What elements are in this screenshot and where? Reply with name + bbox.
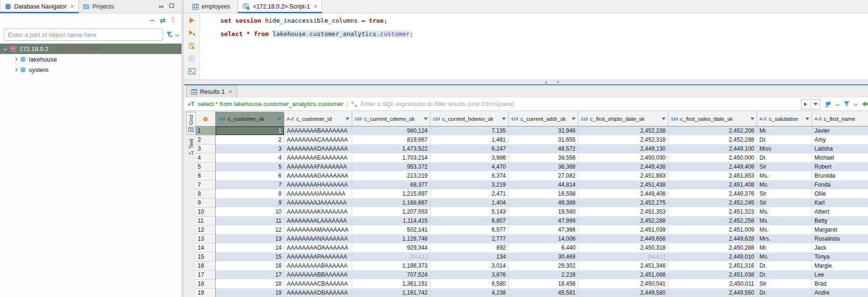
grid-cell[interactable]: AAAAAAAAIAAAAAAA <box>284 189 352 198</box>
grid-cell[interactable]: 2,451,068 <box>578 270 668 279</box>
column-filter-arrow-icon[interactable] <box>805 117 809 120</box>
grid-cell[interactable]: 16,598 <box>509 189 578 198</box>
grid-cell[interactable]: 1,703,214 <box>352 153 430 162</box>
row-number[interactable]: 13 <box>196 234 216 243</box>
column-filter-arrow-icon[interactable] <box>662 117 666 120</box>
row-number[interactable]: 5 <box>196 162 216 171</box>
grid-cell[interactable]: Fonda <box>812 180 868 189</box>
column-filter-arrow-icon[interactable] <box>424 117 428 120</box>
grid-cell[interactable]: AAAAAAAADAAAAAAA <box>284 144 352 153</box>
grid-cell[interactable]: 45,581 <box>509 288 578 297</box>
grid-cell[interactable]: Andre <box>812 288 868 297</box>
object-search-input[interactable] <box>4 28 163 41</box>
column-filter-arrow-icon[interactable] <box>750 117 754 120</box>
grid-cell[interactable]: 980,124 <box>352 126 430 135</box>
row-number[interactable]: 4 <box>196 153 216 162</box>
grid-cell[interactable]: 12 <box>216 225 284 234</box>
grid-cell[interactable]: 2,449,130 <box>578 144 668 153</box>
grid-cell[interactable]: 39,558 <box>509 153 578 162</box>
chevron-down-icon[interactable] <box>3 47 7 51</box>
grid-cell[interactable]: 2,451,438 <box>578 180 668 189</box>
grid-cell[interactable]: AAAAAAAALAAAAAAA <box>284 216 352 225</box>
grid-cell[interactable]: 2,449,010 <box>668 252 757 261</box>
sash-down-arrow-icon[interactable]: ▼ <box>556 81 560 84</box>
close-icon[interactable]: × <box>70 3 74 9</box>
grid-cell[interactable]: 1,361,151 <box>352 279 430 288</box>
grid-cell[interactable]: Jack <box>812 243 868 252</box>
grid-cell[interactable]: AAAAAAAAOAAAAAAA <box>284 243 352 252</box>
grid-cell[interactable]: Michael <box>812 153 868 162</box>
column-header-c_customer_sk[interactable]: 123c_customer_sk <box>216 112 284 126</box>
grid-cell[interactable]: Rosalinda <box>812 234 868 243</box>
grid-cell[interactable]: AAAAAAAAFAAAAAAA <box>284 162 352 171</box>
grid-cell[interactable]: Sir <box>757 162 812 171</box>
grid-cell[interactable]: Lee <box>812 270 868 279</box>
grid-cell[interactable]: 2,449,438 <box>578 162 668 171</box>
grid-cell[interactable]: AAAAAAAANAAAAAAA <box>284 234 352 243</box>
column-filter-arrow-icon[interactable] <box>346 117 349 120</box>
grid-cell[interactable]: 2,449,628 <box>668 234 757 243</box>
grid-cell[interactable]: 36,368 <box>509 162 578 171</box>
grid-cell[interactable]: 2,452,318 <box>578 135 668 144</box>
minimize-view-icon[interactable] <box>159 3 164 8</box>
grid-cell[interactable]: Ollie <box>812 189 868 198</box>
grid-cell[interactable]: 1,128,748 <box>352 234 430 243</box>
column-header-c_salutation[interactable]: A-Zc_salutation <box>757 112 812 126</box>
grid-cell[interactable]: 1,215,897 <box>352 189 430 198</box>
grid-cell[interactable]: 5 <box>216 162 284 171</box>
grid-cell[interactable]: 2,471 <box>430 189 509 198</box>
row-number[interactable]: 11 <box>196 216 216 225</box>
grid-cell[interactable]: 2,452,258 <box>668 216 757 225</box>
grid-cell[interactable]: 2,450,030 <box>578 153 668 162</box>
grid-cell[interactable]: 31,655 <box>509 135 578 144</box>
grid-cell[interactable]: 3,986 <box>430 153 509 162</box>
column-header-c_current_cdemo_sk[interactable]: 123c_current_cdemo_sk <box>352 112 430 126</box>
grid-cell[interactable]: 3,876 <box>430 270 509 279</box>
grid-cell[interactable]: Mrs. <box>757 234 812 243</box>
grid-cell[interactable]: 2,450,000 <box>668 153 757 162</box>
grid-cell[interactable]: 2,451,353 <box>578 207 668 216</box>
expand-filter-icon[interactable] <box>351 101 357 107</box>
grid-cell[interactable]: 2,452,288 <box>668 135 757 144</box>
grid-cell[interactable]: AAAAAAAAEAAAAAAA <box>284 153 352 162</box>
erase-dropdown-chevron[interactable] <box>836 102 840 106</box>
grid-cell[interactable]: 502,141 <box>352 225 430 234</box>
tab-database-navigator[interactable]: Database Navigator × <box>0 0 79 13</box>
grid-cell[interactable]: Ms. <box>757 225 812 234</box>
column-header-c_first_name[interactable]: A-Zc_first_name <box>812 112 868 126</box>
grid-cell[interactable]: 2,449,658 <box>578 234 668 243</box>
grid-cell[interactable]: AAAAAAAAPAAAAAAA <box>284 252 352 261</box>
row-number[interactable]: 17 <box>196 270 216 279</box>
grid-cell[interactable]: Latisha <box>812 144 868 153</box>
grid-cell[interactable]: 32,946 <box>509 126 578 135</box>
grid-cell[interactable]: Brunilda <box>812 171 868 180</box>
row-number[interactable]: 1 <box>196 126 216 135</box>
grid-cell[interactable]: 47,366 <box>509 225 578 234</box>
tree-item-lakehouse[interactable]: lakehouse <box>0 54 182 64</box>
grid-cell[interactable]: AAAAAAAABBAAAAAA <box>284 270 352 279</box>
grid-cell[interactable]: 1,168,667 <box>352 198 430 207</box>
row-number[interactable]: 3 <box>196 144 216 153</box>
chevron-right-icon[interactable] <box>14 57 18 61</box>
row-number[interactable]: 18 <box>196 279 216 288</box>
grid-cell[interactable]: Robert <box>812 162 868 171</box>
filter-placeholder[interactable]: Enter a SQL expression to filter results… <box>360 100 797 108</box>
grid-cell[interactable]: Dr. <box>757 261 812 270</box>
grid-cell[interactable]: 19,580 <box>509 207 578 216</box>
execute-script-icon[interactable] <box>189 43 195 49</box>
column-filter-arrow-icon[interactable] <box>502 117 506 120</box>
execute-new-tab-icon[interactable] <box>188 30 195 36</box>
grid-cell[interactable]: 2,451,038 <box>668 270 757 279</box>
row-number[interactable]: 15 <box>196 252 216 261</box>
grid-cell[interactable]: 892 <box>430 243 509 252</box>
grid-cell[interactable]: Ms. <box>757 180 812 189</box>
grid-cell[interactable]: 1 <box>216 126 284 135</box>
grid-cell[interactable]: AAAAAAAAHAAAAAAA <box>284 180 352 189</box>
grid-cell[interactable]: AAAAAAAACAAAAAAA <box>284 135 352 144</box>
sql-terminal-icon[interactable] <box>189 68 195 74</box>
grid-cell[interactable]: 2 <box>216 135 284 144</box>
grid-cell[interactable]: Sir <box>757 198 812 207</box>
grid-cell[interactable]: Mr. <box>757 126 812 135</box>
grid-cell[interactable]: Dr. <box>757 153 812 162</box>
grid-cell[interactable]: Albert <box>812 207 868 216</box>
